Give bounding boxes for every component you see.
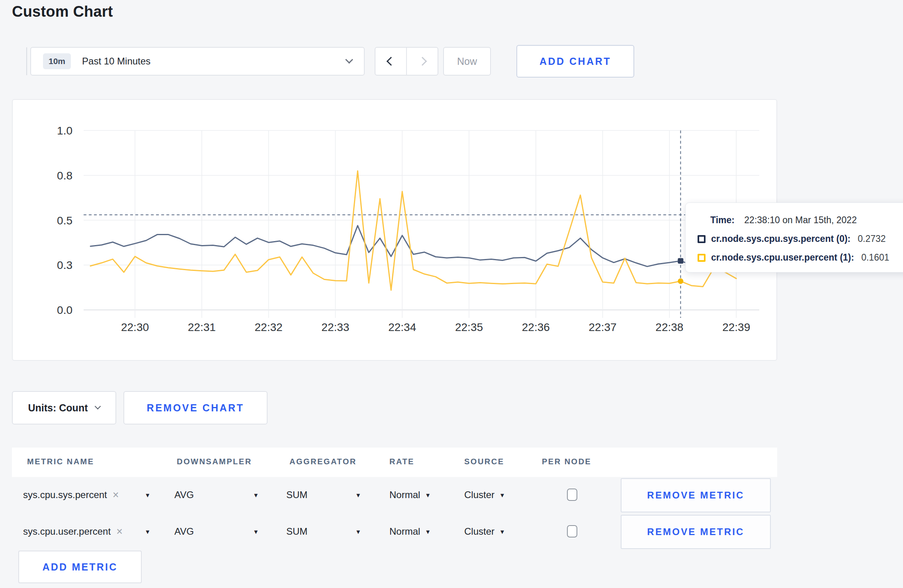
caret-down-icon: ▼ bbox=[355, 528, 361, 535]
user-series-swatch-icon bbox=[698, 254, 706, 262]
source-value: Cluster bbox=[464, 489, 494, 500]
caret-down-icon: ▼ bbox=[145, 492, 150, 498]
time-nav-group bbox=[375, 47, 438, 76]
caret-down-icon: ▼ bbox=[355, 492, 361, 498]
aggregator-value: SUM bbox=[286, 489, 307, 500]
svg-text:22:38: 22:38 bbox=[655, 321, 683, 333]
metric-name: sys.cpu.user.percent bbox=[23, 526, 111, 537]
svg-text:22:36: 22:36 bbox=[522, 321, 550, 333]
page-title: Custom Chart bbox=[12, 3, 113, 20]
downsampler-select[interactable]: AVG ▼ bbox=[174, 513, 259, 550]
downsampler-select[interactable]: AVG ▼ bbox=[174, 477, 259, 513]
chevron-right-icon bbox=[418, 57, 427, 66]
chevron-down-icon bbox=[95, 403, 101, 409]
caret-down-icon: ▼ bbox=[425, 492, 431, 498]
header-aggregator: AGGREGATOR bbox=[289, 457, 357, 466]
table-row: sys.cpu.user.percent × ▼ AVG ▼ SUM ▼ Nor… bbox=[0, 513, 903, 550]
source-value: Cluster bbox=[464, 526, 494, 537]
header-rate: RATE bbox=[389, 457, 414, 466]
prev-range-button[interactable] bbox=[375, 48, 406, 75]
time-range-label: Past 10 Minutes bbox=[82, 56, 150, 67]
source-select[interactable]: Cluster ▼ bbox=[464, 477, 505, 513]
remove-metric-button[interactable]: REMOVE METRIC bbox=[621, 515, 771, 549]
caret-down-icon: ▼ bbox=[499, 528, 505, 535]
svg-text:22:37: 22:37 bbox=[589, 321, 617, 333]
header-per-node: PER NODE bbox=[542, 457, 591, 466]
chevron-left-icon bbox=[386, 57, 395, 66]
aggregator-select[interactable]: SUM ▼ bbox=[286, 477, 361, 513]
svg-text:0.3: 0.3 bbox=[57, 259, 72, 271]
aggregator-value: SUM bbox=[286, 526, 307, 537]
metric-name: sys.cpu.sys.percent bbox=[23, 489, 107, 500]
caret-down-icon: ▼ bbox=[425, 528, 431, 535]
svg-text:22:30: 22:30 bbox=[121, 321, 149, 333]
header-downsampler: DOWNSAMPLER bbox=[177, 457, 252, 466]
svg-text:0.0: 0.0 bbox=[57, 304, 72, 316]
header-metric-name: METRIC NAME bbox=[27, 457, 94, 466]
svg-text:22:32: 22:32 bbox=[255, 321, 283, 333]
svg-text:22:39: 22:39 bbox=[722, 321, 750, 333]
chart-tooltip: Time: 22:38:10 on Mar 15th, 2022 cr.node… bbox=[685, 202, 903, 273]
now-button[interactable]: Now bbox=[443, 47, 491, 76]
rate-value: Normal bbox=[389, 489, 420, 500]
clear-metric-icon[interactable]: × bbox=[113, 489, 119, 501]
per-node-checkbox[interactable] bbox=[567, 489, 577, 501]
units-label: Units: Count bbox=[28, 402, 88, 414]
tooltip-series-value: 0.1601 bbox=[861, 252, 889, 263]
clear-metric-icon[interactable]: × bbox=[116, 526, 123, 538]
table-row: sys.cpu.sys.percent × ▼ AVG ▼ SUM ▼ Norm… bbox=[0, 477, 903, 513]
tooltip-series-label: cr.node.sys.cpu.sys.percent (0): bbox=[711, 234, 850, 244]
chart-card: 0.00.30.50.81.022:3022:3122:3222:3322:34… bbox=[12, 99, 777, 361]
caret-down-icon: ▼ bbox=[253, 528, 259, 535]
metrics-table-header: METRIC NAME DOWNSAMPLER AGGREGATOR RATE … bbox=[12, 448, 777, 477]
downsampler-value: AVG bbox=[174, 526, 194, 537]
tooltip-time-row: Time: 22:38:10 on Mar 15th, 2022 bbox=[710, 215, 903, 226]
svg-text:22:35: 22:35 bbox=[455, 321, 483, 333]
per-node-checkbox[interactable] bbox=[567, 525, 577, 537]
time-range-badge: 10m bbox=[43, 53, 71, 69]
add-chart-button[interactable]: ADD CHART bbox=[516, 45, 634, 78]
custom-chart-page: Custom Chart 10m Past 10 Minutes Now ADD… bbox=[0, 0, 903, 588]
tooltip-time-label: Time: bbox=[710, 215, 735, 225]
rate-select[interactable]: Normal ▼ bbox=[389, 513, 431, 550]
svg-text:22:34: 22:34 bbox=[388, 321, 416, 333]
sys-series-swatch-icon bbox=[698, 235, 706, 243]
add-metric-button[interactable]: ADD METRIC bbox=[18, 551, 142, 583]
caret-down-icon: ▼ bbox=[499, 492, 505, 498]
chevron-down-icon bbox=[345, 56, 353, 64]
svg-text:1.0: 1.0 bbox=[57, 125, 72, 137]
tooltip-time-value: 22:38:10 on Mar 15th, 2022 bbox=[744, 215, 857, 225]
tooltip-series-value: 0.2732 bbox=[858, 234, 885, 244]
timeseries-chart[interactable]: 0.00.30.50.81.022:3022:3122:3222:3322:34… bbox=[13, 100, 778, 362]
caret-down-icon: ▼ bbox=[253, 492, 259, 498]
rate-select[interactable]: Normal ▼ bbox=[389, 477, 431, 513]
next-range-button[interactable] bbox=[406, 48, 438, 75]
svg-text:0.5: 0.5 bbox=[57, 214, 72, 227]
tooltip-series-row: cr.node.sys.cpu.user.percent (1): 0.1601 bbox=[698, 252, 903, 263]
toolbar-divider bbox=[26, 47, 27, 75]
downsampler-value: AVG bbox=[174, 489, 194, 500]
svg-text:22:31: 22:31 bbox=[188, 321, 216, 333]
metric-name-dropdown[interactable]: sys.cpu.sys.percent × ▼ bbox=[23, 477, 150, 513]
source-select[interactable]: Cluster ▼ bbox=[464, 513, 505, 550]
remove-chart-button[interactable]: REMOVE CHART bbox=[123, 391, 268, 424]
remove-metric-button[interactable]: REMOVE METRIC bbox=[621, 478, 771, 512]
tooltip-series-row: cr.node.sys.cpu.sys.percent (0): 0.2732 bbox=[698, 234, 903, 244]
rate-value: Normal bbox=[389, 526, 420, 537]
units-dropdown[interactable]: Units: Count bbox=[12, 391, 116, 424]
aggregator-select[interactable]: SUM ▼ bbox=[286, 513, 361, 550]
svg-text:22:33: 22:33 bbox=[321, 321, 349, 333]
tooltip-series-label: cr.node.sys.cpu.user.percent (1): bbox=[711, 252, 854, 263]
metric-name-dropdown[interactable]: sys.cpu.user.percent × ▼ bbox=[23, 513, 150, 550]
caret-down-icon: ▼ bbox=[145, 528, 150, 535]
header-source: SOURCE bbox=[464, 457, 504, 466]
time-range-dropdown[interactable]: 10m Past 10 Minutes bbox=[30, 47, 365, 76]
svg-text:0.8: 0.8 bbox=[57, 169, 72, 182]
